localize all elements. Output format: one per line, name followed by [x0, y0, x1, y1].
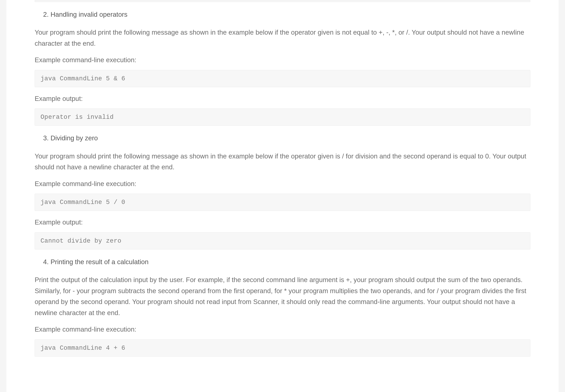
list-item-4-heading: 4. Printing the result of a calculation — [35, 256, 530, 267]
item-number: 2. — [43, 11, 49, 18]
item-2-exec-code: java CommandLine 5 & 6 — [35, 70, 530, 87]
item-2-exec-label: Example command-line execution: — [35, 55, 530, 65]
item-3-exec-code: java CommandLine 5 / 0 — [35, 194, 530, 211]
list-item-3-heading: 3. Dividing by zero — [35, 133, 530, 143]
item-4-exec-label: Example command-line execution: — [35, 324, 530, 335]
item-number: 3. — [43, 134, 49, 142]
item-title: Printing the result of a calculation — [51, 258, 149, 266]
item-4-description: Print the output of the calculation inpu… — [35, 274, 530, 318]
partial-code-block-top — [35, 0, 530, 2]
item-2-output-label: Example output: — [35, 93, 530, 104]
item-3-output-code: Cannot divide by zero — [35, 232, 530, 250]
item-3-description: Your program should print the following … — [35, 151, 530, 173]
item-2-output-code: Operator is invalid — [35, 109, 530, 126]
document-content: 2. Handling invalid operators Your progr… — [6, 0, 559, 392]
item-number: 4. — [43, 258, 49, 266]
list-item-2-heading: 2. Handling invalid operators — [35, 9, 530, 20]
item-title: Dividing by zero — [51, 134, 98, 142]
item-3-output-label: Example output: — [35, 217, 530, 228]
item-4-exec-code: java CommandLine 4 + 6 — [35, 339, 530, 357]
item-title: Handling invalid operators — [51, 11, 128, 18]
item-3-exec-label: Example command-line execution: — [35, 178, 530, 189]
item-2-description: Your program should print the following … — [35, 27, 530, 49]
